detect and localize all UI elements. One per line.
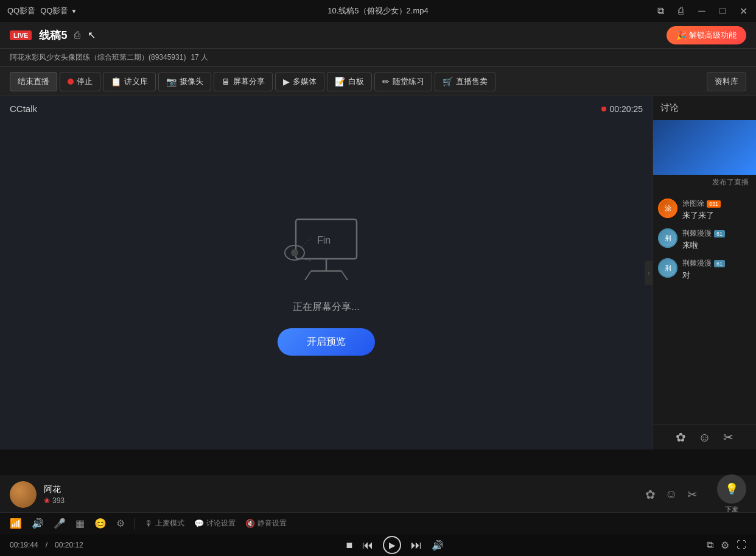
svg-line-8 <box>302 238 311 247</box>
player-fullscreen-button[interactable]: ⛶ <box>737 540 746 551</box>
svg-line-5 <box>341 271 348 280</box>
microphone-icon[interactable]: 🎤 <box>54 518 66 529</box>
collapse-panel-button[interactable]: › <box>645 261 653 285</box>
player-controls: ■ ⏮ ▶ ⏭ 🔊 <box>91 536 699 554</box>
user-score: ❀ 393 <box>44 496 65 505</box>
user-bar: 阿花 ❀ 393 ✿ ☺ ✂ 💡 下麦 <box>0 476 756 512</box>
projector-illustration: Fin <box>278 213 375 286</box>
exercise-icon: ✏ <box>382 77 390 86</box>
bottom-icons-bar: 📶 🔊 🎤 ▦ 😊 ⚙ 🎙 上麦模式 💬 讨论设置 🔇 静音设置 <box>0 512 756 534</box>
player-settings-button[interactable]: ⚙ <box>721 540 729 551</box>
chat-area: 涂 涂图涂 631 来了来了 荆 <box>653 190 756 424</box>
right-panel: › 讨论 发布了直播 涂 <box>653 96 756 449</box>
preview-thumbnail <box>653 120 756 175</box>
score-value: 393 <box>52 496 65 505</box>
time-separator: / <box>46 541 47 549</box>
unlock-premium-button[interactable]: 解锁高级功能 <box>667 26 746 44</box>
player-bar: 00:19:44 / 00:20:12 ■ ⏮ ▶ ⏭ 🔊 ⧉ ⚙ ⛶ <box>0 534 756 556</box>
timer-dot <box>601 107 606 111</box>
svg-line-4 <box>305 271 311 280</box>
chat-username-3: 荆棘漫漫 61 <box>682 258 751 269</box>
share-stream-icon[interactable]: ⎙ <box>74 30 80 41</box>
chat-avatar-2: 荆 <box>658 228 677 248</box>
left-main: CCtalk 00:20:25 Fin <box>0 96 653 449</box>
gear-icon[interactable]: ⚙ <box>116 518 125 529</box>
chat-badge-3: 61 <box>714 260 725 267</box>
mic-mode-button[interactable]: 🎙 上麦模式 <box>145 518 184 529</box>
pip-button[interactable]: ⧉ <box>655 5 666 16</box>
discussion-header: 讨论 <box>653 96 756 120</box>
cctalk-brand: CCtalk <box>10 104 37 114</box>
start-preview-button[interactable]: 开启预览 <box>278 328 375 356</box>
chat-content-2: 荆棘漫漫 61 来啦 <box>682 228 751 251</box>
content-header: CCtalk 00:20:25 <box>0 96 653 119</box>
toolbar: 结束直播 停止 📋 讲义库 📷 摄像头 🖥 屏幕分享 ▶ 多媒体 📝 白板 ✏ … <box>0 67 756 96</box>
record-dot <box>68 79 74 85</box>
face-icon[interactable]: 😊 <box>94 518 107 529</box>
chat-text-2: 来啦 <box>682 240 751 251</box>
published-label: 发布了直播 <box>653 175 756 190</box>
title-bar-left: QQ影音 QQ影音 ▼ <box>7 5 77 16</box>
discuss-settings-button[interactable]: 💬 讨论设置 <box>194 518 236 529</box>
restore-button[interactable]: □ <box>717 5 728 16</box>
grid-icon[interactable]: ▦ <box>75 518 85 529</box>
unmute-button[interactable]: 💡 <box>717 474 746 504</box>
player-current-time: 00:19:44 <box>10 541 38 549</box>
lecture-lib-button[interactable]: 📋 讲义库 <box>103 72 156 91</box>
lecture-icon: 📋 <box>111 77 121 86</box>
svg-text:Fin: Fin <box>317 235 331 245</box>
chat-badge-2: 61 <box>714 230 725 238</box>
sharing-status-text: 正在屏幕分享... <box>293 301 359 314</box>
volume-icon[interactable]: 🔊 <box>32 518 44 529</box>
emoji-icon[interactable]: ☺ <box>698 431 710 445</box>
close-button[interactable]: ✕ <box>738 5 749 16</box>
player-right-controls: ⧉ ⚙ ⛶ <box>707 540 746 551</box>
sticker-icon[interactable]: ✿ <box>645 487 656 502</box>
app-name-dropdown[interactable]: QQ影音 ▼ <box>40 5 77 16</box>
whiteboard-button[interactable]: 📝 白板 <box>327 72 372 91</box>
minimize-button[interactable]: ─ <box>696 5 707 16</box>
player-prev-button[interactable]: ⏮ <box>362 539 373 552</box>
chat-username-2: 荆棘漫漫 61 <box>682 228 751 239</box>
chat-text-1: 来了来了 <box>682 210 751 221</box>
title-bar: QQ影音 QQ影音 ▼ 10.线稿5（俯视少女）2.mp4 ⧉ ⎙ ─ □ ✕ <box>0 0 756 22</box>
player-total-time: 00:20:12 <box>55 541 83 549</box>
user-name-label: 阿花 <box>44 484 65 495</box>
score-icon: ❀ <box>44 496 50 505</box>
screen-share-area: Fin 正在屏幕分享... <box>0 119 653 449</box>
live-badge: LIVE <box>10 30 32 40</box>
input-action-icons: ✿ ☺ ✂ <box>645 487 698 502</box>
live-sell-button[interactable]: 🛒 直播售卖 <box>435 72 495 91</box>
screen-share-icon: 🖥 <box>222 77 230 86</box>
viewer-count: 17 人 <box>191 52 208 63</box>
player-play-button[interactable]: ▶ <box>383 536 401 554</box>
screen-share-button[interactable]: 🖥 屏幕分享 <box>214 72 273 91</box>
player-stop-button[interactable]: ■ <box>346 539 352 552</box>
scissors-icon[interactable]: ✂ <box>723 430 733 445</box>
cut-icon[interactable]: ✂ <box>687 487 698 502</box>
share-button[interactable]: ⎙ <box>676 5 687 16</box>
class-exercise-button[interactable]: ✏ 随堂练习 <box>374 72 432 91</box>
mute-settings-button[interactable]: 🔇 静音设置 <box>245 518 287 529</box>
media-button[interactable]: ▶ 多媒体 <box>275 72 324 91</box>
live-top-bar: LIVE 线稿5 ⎙ ↖ 解锁高级功能 <box>0 22 756 49</box>
chat-message-2: 荆 荆棘漫漫 61 来啦 <box>653 225 756 255</box>
whiteboard-icon: 📝 <box>335 77 345 86</box>
resource-button[interactable]: 资料库 <box>707 72 746 91</box>
course-info: 阿花水彩风少女头像团练（综合班第二期）(89345931) <box>10 52 186 63</box>
player-pip-button[interactable]: ⧉ <box>707 540 713 551</box>
emoticon-icon[interactable]: ☺ <box>665 487 677 501</box>
separator-1 <box>135 518 135 530</box>
user-info: 阿花 ❀ 393 <box>44 484 65 505</box>
stream-title: 线稿5 <box>39 28 67 43</box>
flower-icon[interactable]: ✿ <box>676 430 686 445</box>
player-volume-button[interactable]: 🔊 <box>432 540 444 551</box>
camera-button[interactable]: 📷 摄像头 <box>158 72 211 91</box>
camera-icon: 📷 <box>166 77 177 86</box>
app-container: QQ影音 QQ影音 ▼ 10.线稿5（俯视少女）2.mp4 ⧉ ⎙ ─ □ ✕ … <box>0 0 756 556</box>
end-live-button[interactable]: 结束直播 <box>10 72 57 91</box>
player-next-button[interactable]: ⏭ <box>411 539 422 552</box>
app-logo: QQ影音 <box>7 5 35 16</box>
chat-text-3: 对 <box>682 270 751 281</box>
stop-button[interactable]: 停止 <box>60 72 100 91</box>
